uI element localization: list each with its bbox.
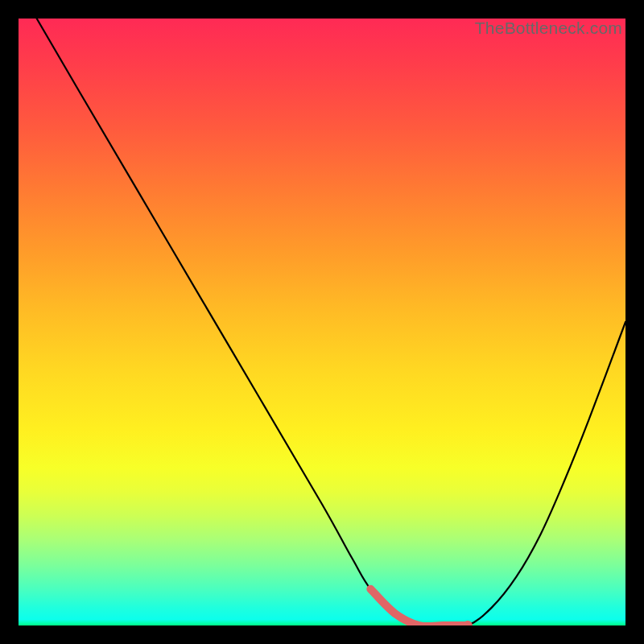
curve-overlay [19, 19, 625, 625]
chart-frame: TheBottleneck.com [0, 0, 644, 644]
bottleneck-curve-path [37, 19, 625, 625]
optimal-range-end-dot [463, 621, 473, 625]
optimal-range-path [370, 589, 468, 625]
plot-area: TheBottleneck.com [19, 19, 625, 625]
watermark-text: TheBottleneck.com [475, 19, 622, 38]
